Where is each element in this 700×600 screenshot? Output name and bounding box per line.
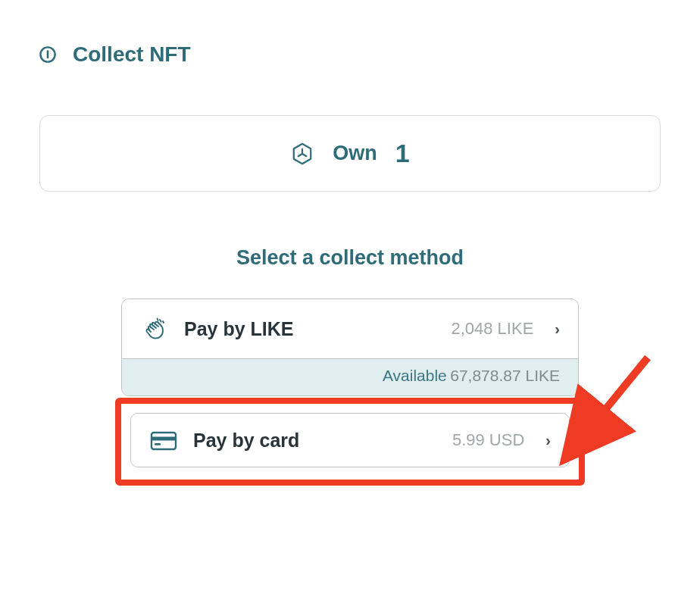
svg-rect-2 [152,433,176,449]
pay-by-card-button[interactable]: Pay by card 5.99 USD › [131,414,569,467]
pay-by-card-label: Pay by card [193,430,299,452]
pay-by-like-label: Pay by LIKE [184,318,294,340]
chevron-right-icon: › [545,432,551,449]
page-header: Collect NFT [39,42,661,67]
own-box: Own 1 [39,115,661,192]
svg-rect-1 [47,50,49,58]
pay-by-card-price: 5.99 USD [452,430,524,450]
credit-card-icon [149,429,178,452]
pay-by-card-group: Pay by card 5.99 USD › [130,413,570,467]
clap-icon [140,314,169,343]
info-icon [39,46,56,63]
available-amount: 67,878.87 LIKE [450,367,560,384]
page-title: Collect NFT [73,42,191,67]
pay-by-like-button[interactable]: Pay by LIKE 2,048 LIKE › [122,299,578,358]
chevron-right-icon: › [555,320,560,338]
svg-rect-3 [152,437,176,441]
cube-icon [290,142,314,166]
highlight-annotation: Pay by card 5.99 USD › [115,398,585,486]
available-balance-row: Available 67,878.87 LIKE [122,358,578,395]
pay-by-like-group: Pay by LIKE 2,048 LIKE › Available 67,87… [121,298,579,396]
own-label: Own [333,142,377,165]
pay-by-like-price: 2,048 LIKE [451,319,533,339]
available-label: Available [383,367,447,384]
select-method-heading: Select a collect method [39,246,661,270]
collect-methods: Pay by LIKE 2,048 LIKE › Available 67,87… [115,298,585,486]
svg-rect-4 [155,443,161,445]
own-count: 1 [395,139,410,168]
